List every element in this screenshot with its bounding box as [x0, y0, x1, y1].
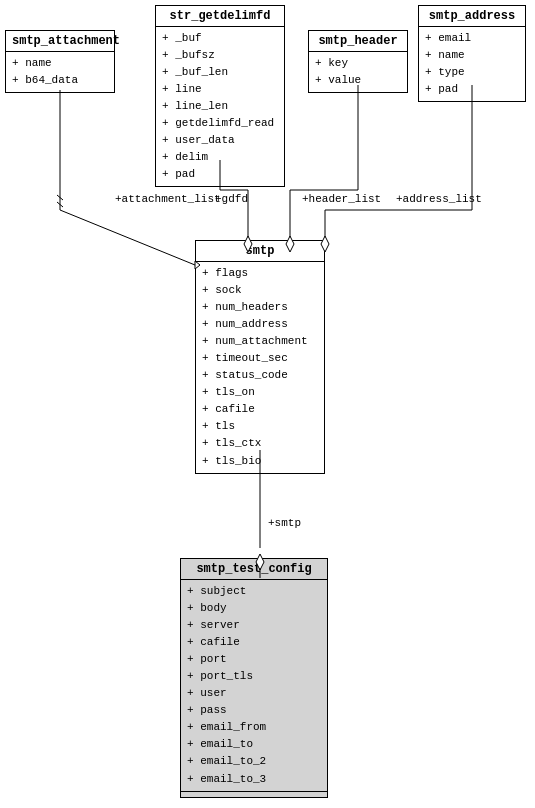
label-header-list: +header_list [302, 193, 381, 205]
label-attachment-list: +attachment_list [115, 193, 221, 205]
label-address-list: +address_list [396, 193, 482, 205]
box-smtp-attachment-title: smtp_attachment [6, 31, 114, 52]
box-smtp-address-title: smtp_address [419, 6, 525, 27]
box-smtp-attachment: smtp_attachment + name + b64_data [5, 30, 115, 93]
box-smtp-address: smtp_address + email + name + type + pad [418, 5, 526, 102]
box-smtp-test-config-body: + subject + body + server + cafile + por… [181, 580, 327, 791]
label-gdfd: +gdfd [215, 193, 248, 205]
box-smtp-test-config: smtp_test_config + subject + body + serv… [180, 558, 328, 798]
label-smtp: +smtp [268, 517, 301, 529]
box-smtp: smtp + flags + sock + num_headers + num_… [195, 240, 325, 474]
box-smtp-test-config-title: smtp_test_config [181, 559, 327, 580]
box-smtp-address-body: + email + name + type + pad [419, 27, 525, 101]
box-smtp-body: + flags + sock + num_headers + num_addre… [196, 262, 324, 473]
svg-line-9 [57, 195, 63, 200]
box-smtp-header-body: + key + value [309, 52, 407, 92]
diagram: smtp_attachment + name + b64_data str_ge… [0, 0, 535, 808]
box-smtp-attachment-body: + name + b64_data [6, 52, 114, 92]
box-smtp-header-title: smtp_header [309, 31, 407, 52]
box-str-getdelimfd-title: str_getdelimfd [156, 6, 284, 27]
svg-line-10 [57, 202, 63, 207]
box-smtp-title: smtp [196, 241, 324, 262]
box-str-getdelimfd: str_getdelimfd + _buf + _bufsz + _buf_le… [155, 5, 285, 187]
box-str-getdelimfd-body: + _buf + _bufsz + _buf_len + line + line… [156, 27, 284, 186]
box-smtp-header: smtp_header + key + value [308, 30, 408, 93]
